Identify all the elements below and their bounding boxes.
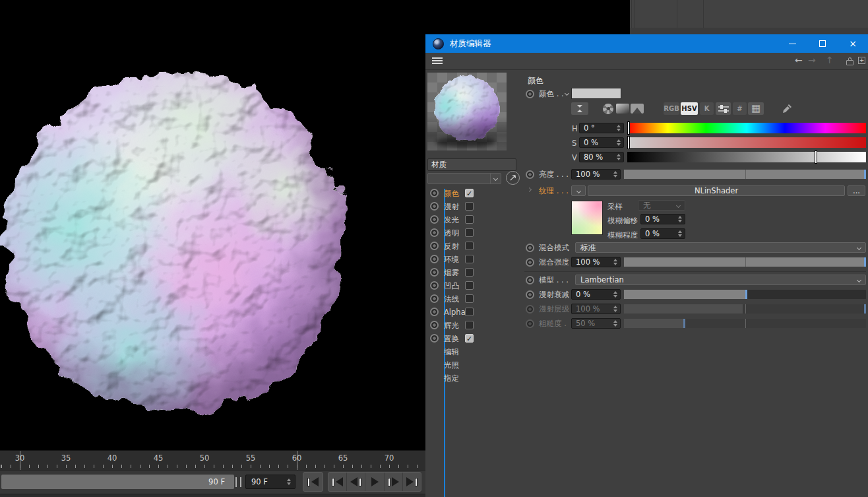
range-slider-grip[interactable] xyxy=(235,477,241,487)
preview-type-dropdown[interactable] xyxy=(427,173,501,184)
dropdown-button[interactable] xyxy=(490,174,501,183)
channel-checkbox[interactable] xyxy=(465,294,474,303)
rgb-mode-icon[interactable]: RGB xyxy=(664,102,679,115)
compact-mode-icon[interactable] xyxy=(571,102,588,115)
sliders-mode-icon[interactable] xyxy=(716,102,731,115)
channel-checkbox[interactable] xyxy=(465,215,474,224)
minimize-button[interactable] xyxy=(777,34,807,53)
channel-row-normal[interactable]: 法线 xyxy=(427,292,520,306)
brightness-spinner[interactable] xyxy=(612,171,619,178)
color-swatch[interactable] xyxy=(571,88,621,99)
channel-radio[interactable] xyxy=(430,321,439,329)
swatches-grid-icon[interactable]: ▦ xyxy=(748,102,764,115)
channel-checkbox[interactable] xyxy=(465,228,474,237)
timeline-ruler[interactable]: 30 35 40 45 50 55 60 65 70 xyxy=(0,450,425,470)
menu-hamburger-icon[interactable] xyxy=(432,57,443,65)
material-name-field[interactable]: 材质 xyxy=(427,158,516,171)
channel-row-displacement[interactable]: 置换 ✓ xyxy=(427,332,520,345)
texture-preview-thumbnail[interactable] xyxy=(571,201,603,235)
saturation-input[interactable]: 0 % xyxy=(579,137,624,148)
channel-row-bump[interactable]: 凹凸 xyxy=(427,279,520,292)
color-param-radio[interactable] xyxy=(526,90,534,98)
channel-radio[interactable] xyxy=(430,242,439,250)
channel-radio[interactable] xyxy=(430,255,439,263)
channel-radio[interactable] xyxy=(430,334,439,343)
channel-row-reflectance[interactable]: 反射 xyxy=(427,240,520,253)
channel-checkbox[interactable] xyxy=(465,321,474,329)
gradient-mode-icon[interactable] xyxy=(616,102,629,115)
diffuse-falloff-radio[interactable] xyxy=(526,290,534,299)
material-preview[interactable] xyxy=(427,73,507,150)
viewport-3d[interactable] xyxy=(0,0,425,450)
up-arrow-icon[interactable]: ↑ xyxy=(826,55,834,65)
model-radio[interactable] xyxy=(526,276,534,284)
hue-spinner[interactable] xyxy=(615,125,622,131)
mix-mode-radio[interactable] xyxy=(526,244,534,252)
hue-input[interactable]: 0 ° xyxy=(579,123,624,133)
channel-radio[interactable] xyxy=(430,268,439,277)
channel-radio[interactable] xyxy=(430,228,439,237)
blur-scale-input[interactable]: 0 % xyxy=(640,228,685,239)
value-input[interactable]: 80 % xyxy=(579,152,624,162)
value-gradient-bar[interactable] xyxy=(627,152,866,162)
brightness-input[interactable]: 100 % xyxy=(571,169,621,180)
pick-object-button[interactable] xyxy=(506,171,520,185)
mix-strength-input[interactable]: 100 % xyxy=(571,257,621,267)
channel-checkbox[interactable] xyxy=(465,281,474,290)
channel-checkbox[interactable]: ✓ xyxy=(465,189,474,197)
channel-row-environment[interactable]: 环境 xyxy=(427,253,520,266)
forward-arrow-icon[interactable]: → xyxy=(808,55,816,65)
texture-more-button[interactable]: ... xyxy=(848,185,865,196)
channel-row-edit[interactable]: 编辑 xyxy=(427,345,520,358)
channel-checkbox[interactable]: ✓ xyxy=(465,334,474,343)
image-mode-icon[interactable] xyxy=(631,102,644,115)
new-window-icon[interactable]: + xyxy=(858,57,865,64)
channel-radio[interactable] xyxy=(430,215,439,224)
channel-checkbox[interactable] xyxy=(465,308,474,316)
channel-radio[interactable] xyxy=(430,308,439,316)
kelvin-mode-icon[interactable]: K xyxy=(700,102,714,115)
channel-checkbox[interactable] xyxy=(465,242,474,250)
blur-offset-input[interactable]: 0 % xyxy=(640,214,685,224)
mix-strength-spinner[interactable] xyxy=(612,259,619,265)
close-button[interactable]: × xyxy=(838,34,868,53)
channel-radio[interactable] xyxy=(430,294,439,303)
mix-mode-dropdown[interactable]: 标准 xyxy=(575,242,866,253)
saturation-marker[interactable] xyxy=(628,137,629,149)
channel-row-assign[interactable]: 指定 xyxy=(427,372,520,385)
lock-icon[interactable] xyxy=(846,60,853,65)
model-dropdown[interactable]: Lambertian xyxy=(575,275,866,285)
brightness-slider[interactable] xyxy=(624,170,866,179)
channel-radio[interactable] xyxy=(430,281,439,290)
channel-checkbox[interactable] xyxy=(465,255,474,263)
channel-row-illumination[interactable]: 光照 xyxy=(427,358,520,372)
diffuse-falloff-slider[interactable] xyxy=(624,290,866,299)
goto-first-frame-button[interactable] xyxy=(328,473,347,491)
texture-dropdown-button[interactable] xyxy=(571,185,586,196)
channel-row-color[interactable]: 颜色 ✓ xyxy=(427,187,520,200)
window-titlebar[interactable]: 材质编辑器 × xyxy=(425,34,868,53)
color-wheel-icon[interactable] xyxy=(602,102,615,115)
maximize-button[interactable] xyxy=(807,34,838,53)
saturation-gradient-bar[interactable] xyxy=(627,137,866,148)
value-marker[interactable] xyxy=(815,151,817,163)
play-button[interactable] xyxy=(365,473,384,491)
expander-arrow-icon[interactable] xyxy=(527,187,532,192)
preview-range-slider[interactable]: 90 F xyxy=(1,475,234,489)
next-frame-button[interactable] xyxy=(385,473,403,491)
saturation-spinner[interactable] xyxy=(615,139,622,146)
channel-row-fog[interactable]: 烟雾 xyxy=(427,266,520,279)
channel-checkbox[interactable] xyxy=(465,202,474,211)
current-frame-field[interactable]: 90 F xyxy=(245,475,295,489)
channel-row-alpha[interactable]: Alpha xyxy=(427,306,520,319)
previous-frame-button[interactable] xyxy=(347,473,365,491)
blur-offset-spinner[interactable] xyxy=(677,216,683,222)
channel-row-transparency[interactable]: 透明 xyxy=(427,226,520,240)
goto-end-button[interactable] xyxy=(403,473,421,491)
channel-row-diffusion[interactable]: 漫射 xyxy=(427,200,520,213)
brightness-radio[interactable] xyxy=(526,170,534,179)
goto-start-button[interactable] xyxy=(303,472,323,492)
hsv-mode-icon[interactable]: HSV xyxy=(681,102,698,115)
channel-checkbox[interactable] xyxy=(465,268,474,277)
mix-strength-radio[interactable] xyxy=(526,258,534,267)
